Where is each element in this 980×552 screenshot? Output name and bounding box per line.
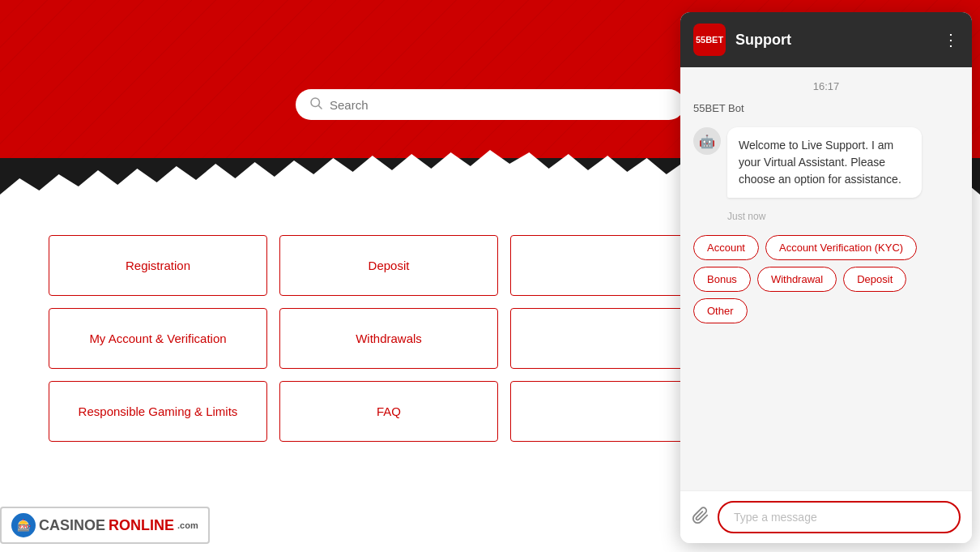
opt-deposit[interactable]: Deposit: [843, 267, 906, 292]
chat-body: 16:17 55BET Bot 🤖 Welcome to Live Suppor…: [680, 67, 972, 490]
card-account-verification[interactable]: My Account & Verification: [49, 308, 267, 369]
casino-online-logo: 🎰 CASINOERONLINE.com: [0, 507, 210, 544]
bot-name: 55BET Bot: [693, 102, 959, 114]
chat-logo-line2: BET: [705, 35, 723, 45]
chat-logo-line1: 55: [696, 35, 705, 45]
logo-com-text: .com: [177, 520, 198, 530]
chat-widget: 55 BET Support ⋮ 16:17 55BET Bot 🤖 Welco…: [680, 12, 972, 543]
chat-message-row: 🤖 Welcome to Live Support. I am your Vir…: [693, 127, 959, 198]
logo-icon: 🎰: [11, 513, 36, 537]
just-now-label: Just now: [727, 211, 959, 222]
chat-bubble: Welcome to Live Support. I am your Virtu…: [727, 127, 922, 198]
chat-footer: [680, 490, 972, 543]
chat-title: Support: [735, 32, 933, 49]
opt-withdrawal[interactable]: Withdrawal: [757, 267, 837, 292]
message-input[interactable]: [718, 501, 961, 533]
cards-grid: Registration Deposit My Account & Verifi…: [49, 235, 729, 442]
card-withdrawals[interactable]: Withdrawals: [279, 308, 498, 369]
opt-bonus[interactable]: Bonus: [693, 267, 751, 292]
chat-options: Account Account Verification (KYC) Bonus…: [693, 232, 959, 327]
bot-avatar: 🤖: [693, 127, 721, 155]
logo-casino-text: CASINOE: [39, 517, 105, 534]
attach-icon[interactable]: [692, 507, 709, 528]
opt-account[interactable]: Account: [693, 235, 759, 260]
search-input[interactable]: [330, 98, 671, 112]
opt-kyc[interactable]: Account Verification (KYC): [765, 235, 917, 260]
card-deposit[interactable]: Deposit: [279, 235, 498, 296]
opt-other[interactable]: Other: [693, 298, 748, 323]
card-registration[interactable]: Registration: [49, 235, 267, 296]
logo-online-text: RONLINE: [109, 517, 174, 534]
svg-point-0: [311, 98, 320, 107]
search-bar-wrapper: [296, 89, 684, 120]
chat-logo: 55 BET: [693, 24, 726, 56]
chat-header: 55 BET Support ⋮: [680, 12, 972, 67]
chat-menu-icon[interactable]: ⋮: [943, 30, 959, 49]
card-faq[interactable]: FAQ: [279, 381, 498, 442]
search-input-box: [296, 89, 684, 120]
logo-area: 🎰 CASINOERONLINE.com: [0, 507, 210, 544]
search-icon: [309, 96, 323, 113]
card-responsible-gaming[interactable]: Responsible Gaming & Limits: [49, 381, 267, 442]
svg-line-1: [318, 105, 322, 109]
chat-timestamp: 16:17: [693, 80, 959, 92]
